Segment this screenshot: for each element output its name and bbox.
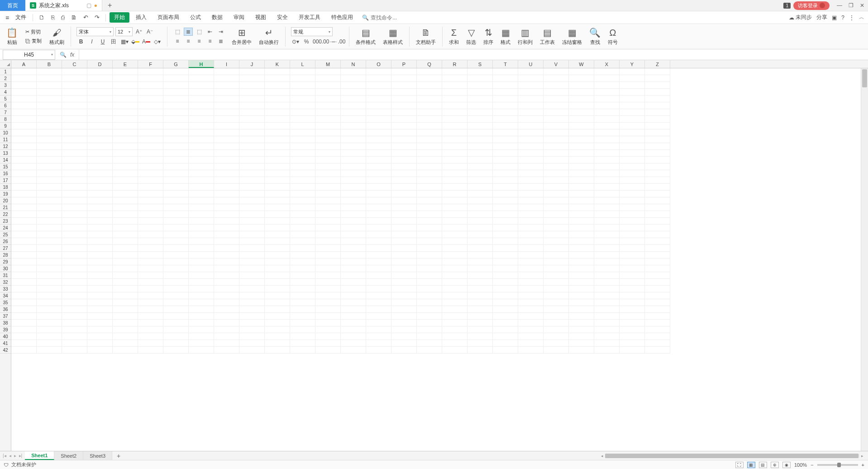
align-top-button[interactable]: ⬚ <box>173 28 182 36</box>
zoom-value[interactable]: 100% <box>794 462 807 468</box>
row-header[interactable]: 8 <box>0 116 11 123</box>
row-header[interactable]: 24 <box>0 225 11 231</box>
symbol-button[interactable]: Ω符号 <box>605 27 620 47</box>
copy-button[interactable]: ⿻复制 <box>24 37 43 45</box>
comma-button[interactable]: 000 <box>313 38 322 46</box>
column-header[interactable]: H <box>189 60 214 68</box>
indent-decrease-button[interactable]: ⇤ <box>205 28 215 36</box>
scroll-left-icon[interactable]: ◂ <box>599 454 605 458</box>
row-header[interactable]: 36 <box>0 306 11 313</box>
indent-increase-button[interactable]: ⇥ <box>216 28 225 36</box>
row-header[interactable]: 26 <box>0 238 11 245</box>
paste-button[interactable]: 📋 粘贴 <box>4 26 20 47</box>
zoom-tool-icon[interactable]: 🔍 <box>60 52 67 58</box>
cut-button[interactable]: ✂剪切 <box>24 28 43 36</box>
border-button[interactable]: 田 <box>109 38 118 46</box>
doc-assist-button[interactable]: 🗎文档助手 <box>413 27 439 47</box>
normal-view-button[interactable]: ▦ <box>747 462 755 468</box>
maximize-button[interactable]: ❐ <box>849 2 854 9</box>
vertical-scrollbar[interactable] <box>861 68 868 451</box>
collapse-ribbon-icon[interactable]: ︿ <box>859 14 864 21</box>
column-header[interactable]: W <box>569 60 594 68</box>
row-header[interactable]: 22 <box>0 211 11 218</box>
zoom-in-button[interactable]: + <box>862 462 864 468</box>
wrap-text-button[interactable]: ↵ 自动换行 <box>256 26 281 47</box>
font-color-button[interactable]: A <box>142 38 151 46</box>
print-preview-icon[interactable]: 🗎 <box>69 14 79 21</box>
column-header[interactable]: N <box>341 60 366 68</box>
row-header[interactable]: 32 <box>0 279 11 286</box>
home-tab[interactable]: 首页 <box>0 0 25 11</box>
command-search-input[interactable] <box>371 14 407 21</box>
conditional-format-button[interactable]: ▤条件格式 <box>353 26 378 47</box>
column-header[interactable]: O <box>366 60 391 68</box>
ribbon-tab-security[interactable]: 安全 <box>272 12 292 23</box>
sheet-tab[interactable]: Sheet2 <box>54 451 83 460</box>
sheet-nav-first-icon[interactable]: |◂ <box>3 453 6 458</box>
row-header[interactable]: 16 <box>0 170 11 177</box>
table-style-button[interactable]: ▦表格样式 <box>380 26 405 47</box>
formula-input[interactable] <box>79 50 868 60</box>
column-header[interactable]: E <box>113 60 138 68</box>
sheet-nav-last-icon[interactable]: ▸| <box>19 453 23 458</box>
minimize-button[interactable]: — <box>837 2 842 9</box>
decrease-font-button[interactable]: A⁻ <box>145 28 154 36</box>
command-search[interactable]: 🔍 <box>362 14 407 21</box>
column-header[interactable]: D <box>87 60 113 68</box>
add-sheet-button[interactable]: + <box>112 451 125 460</box>
doc-protect-icon[interactable]: 🛡 <box>4 462 9 468</box>
row-header[interactable]: 4 <box>0 89 11 96</box>
scrollbar-thumb[interactable] <box>862 69 867 87</box>
row-header[interactable]: 39 <box>0 326 11 333</box>
ribbon-tab-special[interactable]: 特色应用 <box>327 12 358 23</box>
number-format-combo[interactable]: 常规▾ <box>291 27 333 36</box>
row-header[interactable]: 17 <box>0 177 11 184</box>
sum-button[interactable]: Σ求和 <box>446 27 462 47</box>
clear-format-button[interactable]: ◇▾ <box>153 38 162 46</box>
row-header[interactable]: 30 <box>0 265 11 272</box>
column-header[interactable]: I <box>214 60 239 68</box>
format-button[interactable]: ▦格式 <box>498 26 513 47</box>
undo-icon[interactable]: ↶ <box>81 14 91 21</box>
more-icon[interactable]: ⋮ <box>849 14 854 21</box>
select-all-corner[interactable]: ◢ <box>0 60 11 68</box>
column-header[interactable]: U <box>518 60 544 68</box>
ribbon-tab-start[interactable]: 开始 <box>110 12 129 23</box>
zoom-slider[interactable] <box>817 464 858 466</box>
row-col-button[interactable]: ▥行和列 <box>515 26 535 47</box>
row-header[interactable]: 41 <box>0 340 11 347</box>
login-button[interactable]: 访客登录 <box>793 1 830 10</box>
row-header[interactable]: 12 <box>0 143 11 150</box>
column-header[interactable]: B <box>37 60 62 68</box>
bold-button[interactable]: B <box>76 38 86 46</box>
align-right-button[interactable]: ≡ <box>195 37 204 45</box>
align-justify-button[interactable]: ≡ <box>205 37 215 45</box>
row-header[interactable]: 29 <box>0 258 11 265</box>
row-header[interactable]: 5 <box>0 96 11 102</box>
filter-button[interactable]: ▽筛选 <box>463 26 479 47</box>
row-header[interactable]: 13 <box>0 150 11 157</box>
ribbon-tab-review[interactable]: 审阅 <box>229 12 249 23</box>
percent-button[interactable]: % <box>302 38 311 46</box>
help-icon[interactable]: ? <box>841 14 844 21</box>
column-header[interactable]: L <box>290 60 315 68</box>
notification-badge[interactable]: 1 <box>783 3 791 9</box>
fx-icon[interactable]: fx <box>70 52 74 58</box>
row-header[interactable]: 37 <box>0 313 11 320</box>
ribbon-tab-view[interactable]: 视图 <box>251 12 271 23</box>
row-header[interactable]: 11 <box>0 136 11 143</box>
cell-style-button[interactable]: ▦▾ <box>120 38 129 46</box>
hamburger-icon[interactable]: ≡ <box>4 14 11 21</box>
column-header[interactable]: P <box>391 60 417 68</box>
row-header[interactable]: 6 <box>0 102 11 109</box>
column-header[interactable]: G <box>163 60 189 68</box>
sheet-tab[interactable]: Sheet1 <box>25 451 54 460</box>
cells-area[interactable] <box>11 68 868 451</box>
row-header[interactable]: 42 <box>0 347 11 354</box>
row-header[interactable]: 18 <box>0 184 11 191</box>
increase-decimal-button[interactable]: .00→ <box>324 38 333 46</box>
sheet-nav-prev-icon[interactable]: ◂ <box>9 453 11 458</box>
ribbon-tab-data[interactable]: 数据 <box>207 12 227 23</box>
close-button[interactable]: ✕ <box>860 2 864 9</box>
row-header[interactable]: 34 <box>0 292 11 299</box>
